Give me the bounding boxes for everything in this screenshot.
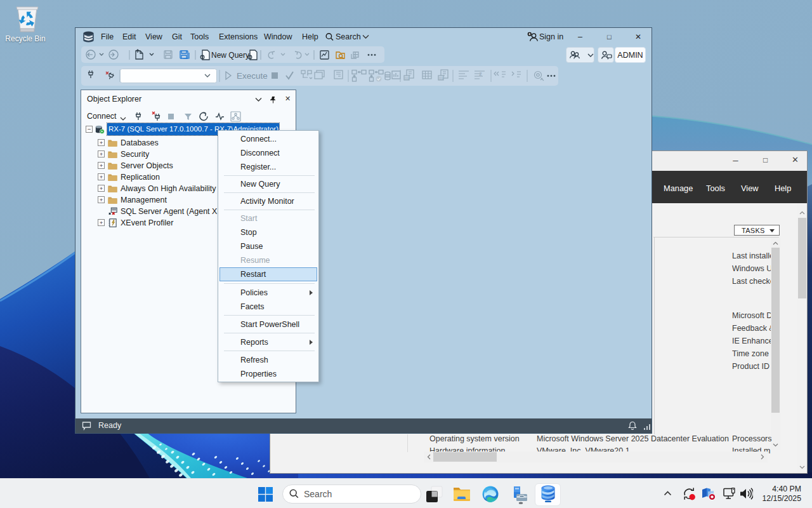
svg-text:New Query: New Query <box>211 51 249 60</box>
svg-text:Execute: Execute <box>237 71 268 81</box>
svg-text:01: 01 <box>439 76 443 80</box>
svg-text:2: 2 <box>479 71 482 77</box>
svg-text:01: 01 <box>405 76 409 80</box>
